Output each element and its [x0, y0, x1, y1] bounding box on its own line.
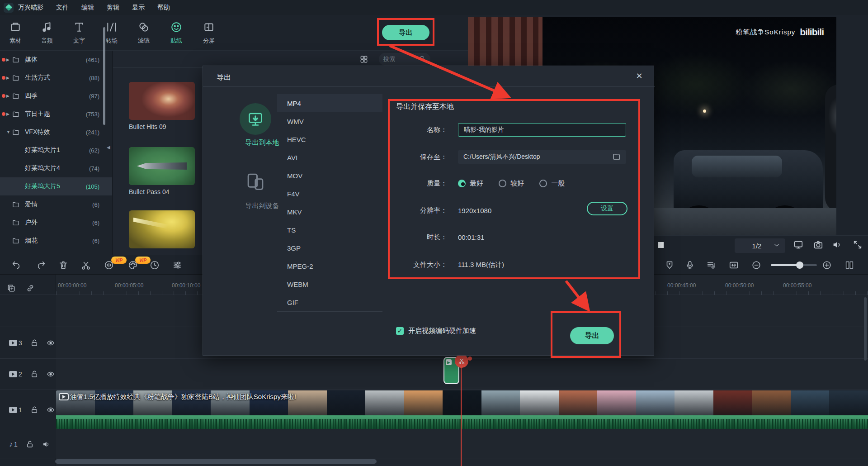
format-option-F4V[interactable]: F4V [277, 185, 382, 203]
export-device-icon[interactable] [246, 171, 265, 192]
expand-arrow-icon[interactable]: ▶ [6, 57, 9, 62]
tab-audio[interactable]: 音频 [33, 20, 61, 45]
search-input[interactable]: 搜索 [379, 53, 430, 66]
lock-icon[interactable] [30, 406, 38, 414]
delete-icon[interactable] [58, 260, 68, 270]
fullscreen-icon[interactable] [853, 240, 863, 250]
track-header[interactable]: 3 [0, 327, 56, 358]
timeline-vertical-scrollbar[interactable] [864, 297, 867, 361]
tab-sticker[interactable]: 贴纸 [162, 20, 191, 45]
lock-icon[interactable] [30, 339, 38, 347]
sidebar-item-0[interactable]: ▶媒体(461) [0, 51, 112, 69]
tab-transition[interactable]: 转场 [97, 20, 126, 45]
sidebar-collapse-icon[interactable]: ◀ [107, 145, 110, 150]
hw-accel-checkbox[interactable]: ✓ [396, 327, 404, 335]
record-mic-icon[interactable] [685, 260, 695, 270]
dialog-close-icon[interactable]: ✕ [635, 71, 644, 81]
adjust-icon[interactable] [172, 260, 182, 270]
sidebar-item-4[interactable]: ▼VFX特效(241) [0, 123, 112, 141]
cut-scissors-icon[interactable] [455, 354, 468, 368]
undo-icon[interactable] [11, 260, 21, 270]
mute-icon[interactable] [42, 440, 50, 448]
media-thumbnail[interactable] [129, 210, 195, 248]
menu-file[interactable]: 文件 [56, 4, 69, 12]
timeline-video-clip[interactable]: 油管1.5亿播放特效经典《粉笔战争》独家登陆B站，神仙团队SoKrispy来啦! [56, 390, 868, 429]
grid-view-icon[interactable] [359, 55, 368, 64]
fit-timeline-icon[interactable] [729, 260, 739, 270]
quality-radio-better[interactable] [499, 180, 506, 187]
sidebar-item-7[interactable]: 好莱坞大片5(105) [0, 177, 112, 195]
zoom-out-icon[interactable] [751, 260, 761, 270]
name-input[interactable]: 喵影-我的影片 [458, 123, 626, 137]
stop-button[interactable] [658, 242, 664, 248]
timeline-zoom-slider[interactable] [771, 264, 817, 266]
eye-icon[interactable] [47, 406, 55, 414]
format-option-MKV[interactable]: MKV [277, 203, 382, 221]
dual-pane-icon[interactable] [844, 260, 854, 270]
format-option-WEBM[interactable]: WEBM [277, 275, 382, 293]
sidebar-item-5[interactable]: 好莱坞大片1(62) [0, 141, 112, 159]
volume-icon[interactable] [832, 240, 842, 250]
split-scissors-icon[interactable] [81, 260, 91, 270]
format-option-3GP[interactable]: 3GP [277, 239, 382, 257]
media-thumbnail[interactable] [129, 147, 195, 185]
collapse-arrow-icon[interactable]: ▼ [6, 130, 10, 134]
eye-icon[interactable] [47, 339, 55, 347]
clip-thumbnail-frame [752, 390, 791, 415]
eye-icon[interactable] [47, 370, 55, 378]
tab-media[interactable]: 素材 [1, 20, 30, 45]
expand-arrow-icon[interactable]: ▶ [6, 94, 9, 98]
settings-button[interactable]: 设置 [587, 202, 627, 215]
add-track-icon[interactable] [7, 284, 16, 293]
speed-clock-icon[interactable] [150, 260, 160, 270]
lock-icon[interactable] [30, 370, 38, 378]
preview-page-dropdown[interactable]: 1/2 [735, 238, 785, 253]
export-local-icon[interactable] [240, 103, 271, 135]
display-device-icon[interactable] [793, 240, 803, 250]
quality-radio-normal[interactable] [539, 180, 547, 187]
menu-help[interactable]: 帮助 [157, 4, 170, 12]
timeline-horizontal-scrollbar[interactable] [55, 459, 377, 464]
sidebar-item-1[interactable]: ▶生活方式(88) [0, 69, 112, 87]
redo-icon[interactable] [36, 260, 46, 270]
sidebar-item-2[interactable]: ▶四季(97) [0, 87, 112, 105]
sidebar-scrollbar[interactable] [103, 27, 105, 125]
expand-arrow-icon[interactable]: ▶ [6, 112, 9, 116]
playhead[interactable] [461, 356, 462, 466]
tab-text[interactable]: 文字 [65, 20, 94, 45]
format-option-GIF[interactable]: GIF [277, 293, 382, 311]
format-option-MOV[interactable]: MOV [277, 166, 382, 185]
tab-split[interactable]: 分屏 [194, 20, 223, 45]
track-header[interactable]: 1 [0, 390, 56, 430]
format-option-AVI[interactable]: AVI [277, 148, 382, 166]
tab-filter[interactable]: 滤镜 [129, 20, 158, 45]
menu-clip[interactable]: 剪辑 [107, 4, 119, 12]
export-button-top[interactable]: 导出 [382, 25, 429, 40]
format-option-HEVC[interactable]: HEVC [277, 130, 382, 148]
sidebar-item-8[interactable]: 爱情(6) [0, 195, 112, 214]
folder-browse-icon[interactable] [613, 152, 621, 162]
link-icon[interactable] [26, 284, 35, 293]
export-button[interactable]: 导出 [570, 327, 614, 344]
format-option-MPEG-2[interactable]: MPEG-2 [277, 257, 382, 275]
track-header[interactable]: ♪1 [0, 430, 56, 458]
sidebar-item-3[interactable]: ▶节日主题(753) [0, 105, 112, 123]
menu-view[interactable]: 显示 [132, 4, 145, 12]
sidebar-item-10[interactable]: 烟花(6) [0, 232, 112, 250]
format-option-MP4[interactable]: MP4 [277, 94, 382, 112]
marker-icon[interactable] [665, 260, 675, 270]
zoom-in-icon[interactable] [822, 260, 832, 270]
save-path-input[interactable]: C:/Users/清风不兴/Desktop [458, 150, 626, 164]
audio-mixer-icon[interactable] [706, 260, 716, 270]
format-option-WMV[interactable]: WMV [277, 112, 382, 130]
snapshot-icon[interactable] [813, 240, 823, 250]
expand-arrow-icon[interactable]: ▶ [6, 76, 9, 80]
format-option-TS[interactable]: TS [277, 221, 382, 239]
media-thumbnail[interactable] [129, 82, 195, 120]
quality-radio-best[interactable] [458, 180, 466, 187]
menu-edit[interactable]: 编辑 [81, 4, 94, 12]
sidebar-item-9[interactable]: 户外(6) [0, 214, 112, 232]
lock-icon[interactable] [26, 440, 34, 448]
track-header[interactable]: 2 [0, 359, 56, 390]
sidebar-item-6[interactable]: 好莱坞大片4(74) [0, 159, 112, 177]
